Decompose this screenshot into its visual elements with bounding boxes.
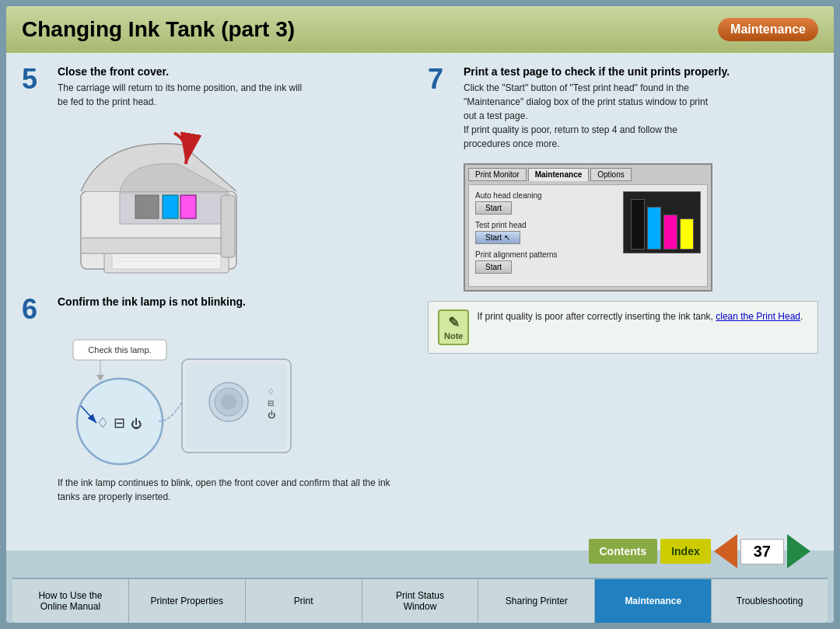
dialog-test-print: Test print head Start ↖ bbox=[475, 221, 615, 244]
step-5-number: 5 bbox=[22, 65, 50, 109]
lamp-svg: Check this lamp. ♢ ⊟ ⏻ bbox=[58, 336, 306, 468]
left-column: 5 Close the front cover. The carriage wi… bbox=[22, 65, 412, 538]
step-7-title: Print a test page to check if the unit p… bbox=[464, 65, 818, 78]
dialog-tab-options[interactable]: Options bbox=[590, 168, 631, 181]
svg-point-28 bbox=[221, 394, 236, 410]
svg-rect-13 bbox=[221, 195, 235, 257]
svg-rect-8 bbox=[135, 195, 159, 218]
header: Changing Ink Tank (part 3) Maintenance bbox=[6, 6, 834, 53]
svg-text:⏻: ⏻ bbox=[268, 411, 275, 419]
step-6-content: Confirm the ink lamp is not blinking. bbox=[58, 295, 412, 323]
ink-cart-magenta bbox=[663, 215, 677, 250]
step-7-number: 7 bbox=[428, 65, 456, 151]
maintenance-dialog: Print Monitor Maintenance Options Auto h… bbox=[464, 163, 712, 292]
dialog-test-print-label: Test print head bbox=[475, 221, 615, 229]
page-title: Changing Ink Tank (part 3) bbox=[22, 17, 295, 42]
svg-text:⊟: ⊟ bbox=[268, 399, 274, 407]
ink-cart-cyan bbox=[647, 207, 661, 250]
dialog-body: Auto head cleaning Start Test print head… bbox=[468, 184, 708, 287]
note-text-before: If print quality is poor after correctly… bbox=[477, 311, 716, 322]
note-box: ✎ Note If print quality is poor after co… bbox=[428, 301, 818, 354]
svg-text:♢: ♢ bbox=[268, 387, 275, 396]
printer-svg bbox=[58, 121, 275, 285]
main-content: 5 Close the front cover. The carriage wi… bbox=[6, 53, 834, 550]
contents-button[interactable]: Contents bbox=[589, 539, 658, 564]
svg-text:♢: ♢ bbox=[96, 415, 109, 431]
note-text-after: . bbox=[800, 311, 803, 322]
nav-item-print-status[interactable]: Print StatusWindow bbox=[362, 579, 479, 623]
dialog-test-print-start-btn[interactable]: Start ↖ bbox=[475, 231, 520, 244]
dialog-auto-head-label: Auto head cleaning bbox=[475, 191, 615, 200]
note-link[interactable]: clean the Print Head bbox=[716, 311, 800, 322]
dialog-tab-printmonitor[interactable]: Print Monitor bbox=[468, 168, 527, 181]
ink-cart-black bbox=[631, 199, 645, 250]
step-6-block: 6 Confirm the ink lamp is not blinking. bbox=[22, 295, 412, 323]
dialog-right-panel bbox=[623, 191, 701, 253]
bottom-nav: How to Use theOnline Manual Printer Prop… bbox=[12, 579, 828, 623]
page-number: 37 bbox=[740, 539, 784, 564]
nav-item-sharing-printer[interactable]: Sharing Printer bbox=[478, 579, 595, 623]
svg-text:⊟: ⊟ bbox=[114, 415, 125, 431]
prev-page-button[interactable] bbox=[714, 534, 737, 568]
svg-rect-12 bbox=[81, 238, 236, 253]
ink-cart-yellow bbox=[680, 218, 694, 250]
index-button[interactable]: Index bbox=[660, 539, 711, 564]
dialog-tab-maintenance[interactable]: Maintenance bbox=[528, 168, 590, 181]
svg-rect-9 bbox=[163, 195, 178, 218]
note-icon: ✎ Note bbox=[438, 309, 469, 345]
svg-text:Check this lamp.: Check this lamp. bbox=[88, 345, 151, 355]
dialog-auto-head: Auto head cleaning Start bbox=[475, 191, 615, 215]
svg-rect-10 bbox=[180, 195, 196, 218]
nav-item-print[interactable]: Print bbox=[246, 579, 362, 623]
lamp-illustration: Check this lamp. ♢ ⊟ ⏻ bbox=[58, 336, 291, 468]
step-5-content: Close the front cover. The carriage will… bbox=[58, 65, 412, 109]
step-6-title: Confirm the ink lamp is not blinking. bbox=[58, 295, 412, 308]
svg-text:⏻: ⏻ bbox=[131, 418, 142, 430]
step-5-block: 5 Close the front cover. The carriage wi… bbox=[22, 65, 412, 109]
step-5-desc: The carriage will return to its home pos… bbox=[58, 81, 412, 109]
step-5-title: Close the front cover. bbox=[58, 65, 412, 78]
dialog-left-panel: Auto head cleaning Start Test print head… bbox=[475, 191, 615, 280]
ink-cartridges bbox=[631, 195, 694, 250]
step-7-block: 7 Print a test page to check if the unit… bbox=[428, 65, 818, 151]
dialog-alignment: Print alignment patterns Start bbox=[475, 250, 615, 274]
dialog-tabs: Print Monitor Maintenance Options bbox=[468, 168, 708, 181]
nav-item-printer-properties[interactable]: Printer Properties bbox=[129, 579, 246, 623]
outer-frame: Changing Ink Tank (part 3) Maintenance 5… bbox=[6, 6, 834, 623]
nav-item-troubleshooting[interactable]: Troubleshooting bbox=[712, 579, 828, 623]
svg-marker-17 bbox=[96, 375, 104, 381]
printer-illustration-step5 bbox=[58, 121, 412, 288]
step-6-blink-note: If the ink lamp continues to blink, open… bbox=[58, 476, 412, 504]
nav-item-how-to-use[interactable]: How to Use theOnline Manual bbox=[12, 579, 129, 623]
dialog-alignment-start-btn[interactable]: Start bbox=[475, 260, 512, 274]
note-text: If print quality is poor after correctly… bbox=[477, 309, 803, 323]
step-7-content: Print a test page to check if the unit p… bbox=[464, 65, 818, 151]
dialog-alignment-label: Print alignment patterns bbox=[475, 250, 615, 259]
right-column: 7 Print a test page to check if the unit… bbox=[428, 65, 818, 538]
dialog-auto-head-start-btn[interactable]: Start bbox=[475, 201, 512, 215]
page-controls: Contents Index 37 bbox=[589, 534, 811, 568]
step-6-number: 6 bbox=[22, 295, 50, 323]
step-7-desc1: Click the "Start" button of "Test print … bbox=[464, 81, 818, 151]
nav-item-maintenance[interactable]: Maintenance bbox=[595, 579, 712, 623]
next-page-button[interactable] bbox=[787, 534, 810, 568]
header-badge: Maintenance bbox=[718, 18, 818, 41]
